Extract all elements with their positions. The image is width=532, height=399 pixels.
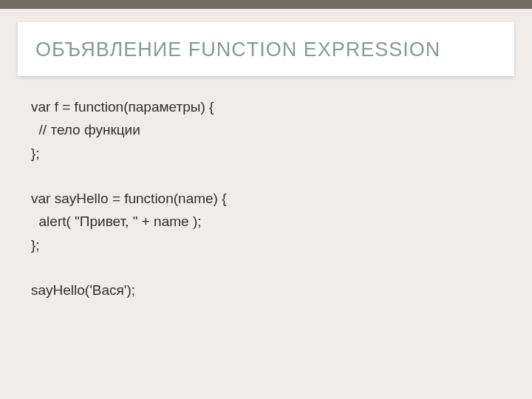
slide: ОБЪЯВЛЕНИЕ FUNCTION EXPRESSION var f = f… (0, 0, 532, 399)
slide-body: var f = function(параметры) { // тело фу… (0, 76, 532, 301)
code-line: var f = function(параметры) { (31, 95, 501, 118)
code-line: // тело функции (31, 118, 501, 141)
code-line: var sayHello = function(name) { (31, 187, 501, 210)
blank-line (31, 256, 501, 279)
slide-title: ОБЪЯВЛЕНИЕ FUNCTION EXPRESSION (35, 38, 497, 61)
blank-line (31, 165, 501, 187)
code-line: sayHello('Вася'); (31, 279, 501, 301)
title-card: ОБЪЯВЛЕНИЕ FUNCTION EXPRESSION (18, 22, 514, 76)
code-line: alert( "Привет, " + name ); (31, 210, 501, 233)
code-line: }; (31, 142, 501, 165)
code-line: }; (31, 233, 501, 256)
